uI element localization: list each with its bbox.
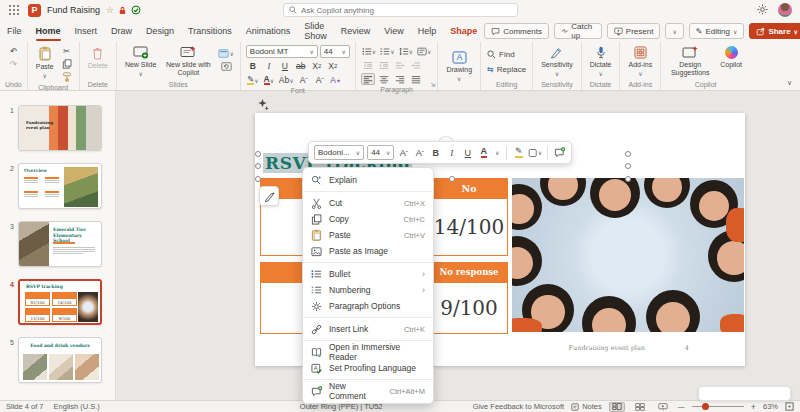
subscript-button[interactable]: X2 xyxy=(310,60,324,72)
superscript-button[interactable]: X2 xyxy=(326,60,340,72)
settings-gear-icon[interactable] xyxy=(757,4,768,15)
tab-draw[interactable]: Draw xyxy=(104,20,139,42)
copilot-button[interactable]: Copilot xyxy=(717,45,745,70)
slide-layout-button[interactable]: ∨ xyxy=(217,47,234,59)
search-input[interactable] xyxy=(301,6,512,15)
tab-view[interactable]: View xyxy=(377,20,410,42)
right-to-left-button[interactable] xyxy=(409,59,423,71)
text-direction-button[interactable]: ∨ xyxy=(416,45,432,57)
selection-handle[interactable] xyxy=(449,176,455,182)
menu-item-cut[interactable]: Cut Ctrl+X xyxy=(303,195,433,211)
menu-item-paste[interactable]: Paste Ctrl+V xyxy=(303,227,433,243)
toolbar-font-color-button[interactable]: A xyxy=(477,145,490,161)
menu-item-bullet[interactable]: Bullet › xyxy=(303,266,433,282)
decrease-indent-button[interactable] xyxy=(361,59,375,71)
feedback-link[interactable]: Give Feedback to Microsoft xyxy=(473,402,564,411)
fit-to-window-button[interactable] xyxy=(785,402,794,411)
slideshow-view-button[interactable] xyxy=(655,402,671,412)
undo-button[interactable]: ↶ xyxy=(6,45,20,57)
slide-thumbnail-5[interactable]: Food and drink vendors xyxy=(18,337,102,383)
sensitivity-button[interactable]: Sensitivity ∨ xyxy=(538,45,576,79)
bullets-button[interactable]: ∨ xyxy=(361,45,377,57)
redo-button[interactable]: ↷ xyxy=(6,58,20,70)
zoom-in-button[interactable]: + xyxy=(751,402,756,412)
slide-thumbnail-3[interactable]: Emerald Tier Elementary School xyxy=(18,221,102,267)
left-to-right-button[interactable] xyxy=(393,59,407,71)
menu-item-set-proofing-language[interactable]: A Set Proofing Language xyxy=(303,360,433,376)
table-cell-no[interactable]: 14/100 xyxy=(430,198,508,256)
toolbar-font-color-dropdown[interactable]: ∨ xyxy=(493,145,501,161)
share-button[interactable]: Share ∨ xyxy=(749,23,800,39)
toolbar-grow-font-button[interactable]: Aˆ xyxy=(397,145,410,161)
present-button[interactable]: Present xyxy=(607,23,661,39)
toolbar-italic-button[interactable]: I xyxy=(445,145,458,161)
editing-mode-button[interactable]: ✎ Editing ∨ xyxy=(689,23,745,39)
zoom-out-button[interactable]: — xyxy=(678,403,685,410)
new-slide-button[interactable]: New Slide ∨ xyxy=(122,45,160,79)
format-painter-button[interactable] xyxy=(60,71,74,83)
copilot-rewrite-pen-button[interactable] xyxy=(259,186,279,206)
new-slide-with-copilot-button[interactable]: New slide with Copilot xyxy=(162,45,214,78)
canvas-copilot-sparkle-icon[interactable] xyxy=(256,98,269,111)
catch-up-button[interactable]: Catch up xyxy=(554,23,602,39)
tab-review[interactable]: Review xyxy=(334,20,378,42)
toolbar-size-combobox[interactable]: 44 ∨ xyxy=(367,145,394,160)
tab-help[interactable]: Help xyxy=(411,20,444,42)
selection-handle[interactable] xyxy=(625,176,631,182)
slide-count-label[interactable]: Slide 4 of 7 xyxy=(6,402,44,411)
zoom-slider-knob[interactable] xyxy=(702,403,709,410)
design-suggestions-button[interactable]: Design Suggestions xyxy=(666,45,714,78)
toolbar-fill-button[interactable]: ∨ xyxy=(528,145,542,161)
font-size-combobox[interactable]: 44 ∨ xyxy=(320,45,350,58)
selection-handle[interactable] xyxy=(625,151,631,157)
align-center-button[interactable] xyxy=(377,73,391,85)
addins-button[interactable]: Add-ins ∨ xyxy=(625,45,655,79)
drawing-button[interactable]: A Drawing ∨ xyxy=(443,50,475,84)
underline-button[interactable]: U xyxy=(278,60,292,72)
find-button[interactable]: Find xyxy=(486,48,516,60)
menu-item-explain[interactable]: Explain xyxy=(303,172,433,188)
tab-design[interactable]: Design xyxy=(139,20,181,42)
kids-photo[interactable] xyxy=(512,178,744,332)
tab-insert[interactable]: Insert xyxy=(68,20,105,42)
menu-item-new-comment[interactable]: New Comment Ctrl+Alt+M xyxy=(303,383,433,399)
increase-indent-button[interactable] xyxy=(377,59,391,71)
toolbar-bold-button[interactable]: B xyxy=(429,145,442,161)
selection-handle[interactable] xyxy=(255,163,261,169)
tab-animations[interactable]: Animations xyxy=(239,20,298,42)
toolbar-new-comment-button[interactable] xyxy=(553,145,566,161)
table-header-no[interactable]: No xyxy=(430,178,508,198)
toolbar-shrink-font-button[interactable]: Aˇ xyxy=(413,145,426,161)
tab-file[interactable]: File xyxy=(0,20,29,42)
collapse-ribbon-button[interactable]: ∨ xyxy=(787,79,792,87)
copilot-search-box[interactable] xyxy=(283,3,518,17)
menu-item-paragraph-options[interactable]: Paragraph Options xyxy=(303,298,433,314)
language-label[interactable]: English (U.S.) xyxy=(54,402,100,411)
present-dropdown[interactable]: ∨ xyxy=(665,23,683,39)
strikethrough-button[interactable]: ab xyxy=(294,60,308,72)
user-avatar[interactable] xyxy=(778,3,792,17)
paste-button[interactable]: Paste ∨ xyxy=(33,45,57,81)
menu-item-insert-link[interactable]: Insert Link Ctrl+K xyxy=(303,321,433,337)
justify-button[interactable] xyxy=(409,73,423,85)
tab-slide-show[interactable]: Slide Show xyxy=(297,20,334,42)
font-color-button[interactable]: A∨ xyxy=(262,74,276,86)
toolbar-font-combobox[interactable]: Bodoni... ∨ xyxy=(314,145,364,160)
paragraph-dialog-launcher[interactable]: ⇲ xyxy=(430,81,435,88)
document-title[interactable]: Fund Raising xyxy=(47,5,100,15)
menu-item-immersive-reader[interactable]: Open in Immersive Reader xyxy=(303,344,433,360)
align-left-button[interactable] xyxy=(361,73,375,85)
text-highlight-button[interactable]: ✎∨ xyxy=(246,74,260,86)
tab-home[interactable]: Home xyxy=(29,20,68,42)
favorite-star-icon[interactable]: ☆ xyxy=(106,5,114,15)
slide-thumbnail-2[interactable]: Overview xyxy=(18,163,102,209)
app-launcher-icon[interactable] xyxy=(9,5,20,16)
delete-button[interactable]: Delete xyxy=(85,45,111,71)
toolbar-highlight-button[interactable]: ✎ xyxy=(512,145,525,161)
slide-thumbnail-4[interactable]: RSVP tracking 81/100 14/100 13/100 9/100 xyxy=(18,279,102,325)
cut-button[interactable]: ✂ xyxy=(60,45,74,57)
slide-sorter-view-button[interactable] xyxy=(632,402,648,412)
menu-item-paste-as-image[interactable]: Paste as Image xyxy=(303,243,433,259)
font-name-combobox[interactable]: Bodoni MT ∨ xyxy=(246,45,318,58)
normal-view-button[interactable] xyxy=(609,402,625,412)
